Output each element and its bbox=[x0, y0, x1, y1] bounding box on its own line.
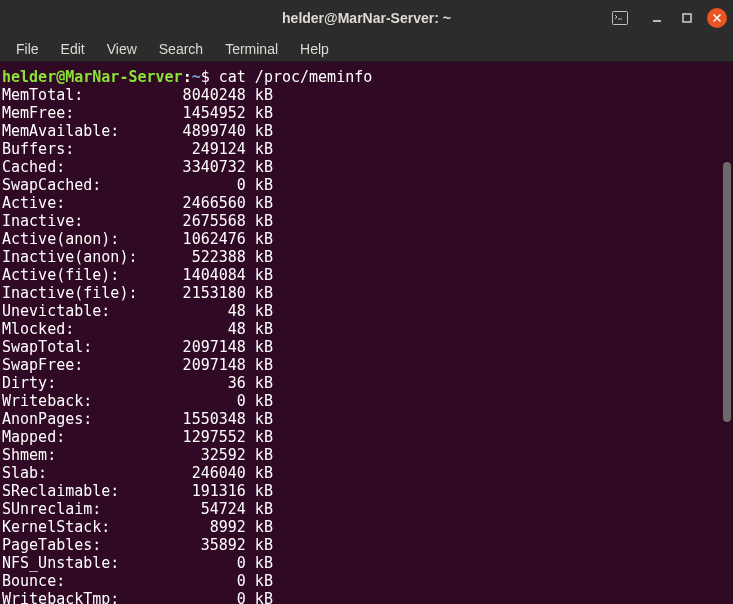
close-button[interactable] bbox=[707, 8, 727, 28]
meminfo-row: Dirty: 36 kB bbox=[2, 374, 733, 392]
meminfo-key: MemFree: bbox=[2, 104, 147, 122]
meminfo-key: Inactive: bbox=[2, 212, 147, 230]
meminfo-unit: kB bbox=[246, 266, 273, 284]
meminfo-value: 0 bbox=[147, 554, 246, 572]
meminfo-value: 1404084 bbox=[147, 266, 246, 284]
meminfo-key: Inactive(anon): bbox=[2, 248, 147, 266]
meminfo-key: WritebackTmp: bbox=[2, 590, 147, 604]
meminfo-row: Buffers: 249124 kB bbox=[2, 140, 733, 158]
meminfo-value: 48 bbox=[147, 302, 246, 320]
meminfo-unit: kB bbox=[246, 554, 273, 572]
meminfo-unit: kB bbox=[246, 536, 273, 554]
meminfo-value: 2097148 bbox=[147, 338, 246, 356]
meminfo-key: Mlocked: bbox=[2, 320, 147, 338]
meminfo-value: 2466560 bbox=[147, 194, 246, 212]
meminfo-value: 48 bbox=[147, 320, 246, 338]
meminfo-unit: kB bbox=[246, 302, 273, 320]
meminfo-unit: kB bbox=[246, 248, 273, 266]
meminfo-key: Slab: bbox=[2, 464, 147, 482]
meminfo-row: Inactive: 2675568 kB bbox=[2, 212, 733, 230]
meminfo-value: 522388 bbox=[147, 248, 246, 266]
meminfo-key: Buffers: bbox=[2, 140, 147, 158]
terminal-launcher-icon[interactable] bbox=[611, 9, 629, 27]
meminfo-unit: kB bbox=[246, 338, 273, 356]
menu-file[interactable]: File bbox=[6, 39, 49, 59]
meminfo-key: Writeback: bbox=[2, 392, 147, 410]
meminfo-unit: kB bbox=[246, 428, 273, 446]
scrollbar-handle[interactable] bbox=[723, 162, 731, 422]
menu-terminal[interactable]: Terminal bbox=[215, 39, 288, 59]
menu-edit[interactable]: Edit bbox=[51, 39, 95, 59]
meminfo-value: 0 bbox=[147, 590, 246, 604]
meminfo-key: Inactive(file): bbox=[2, 284, 147, 302]
meminfo-value: 1062476 bbox=[147, 230, 246, 248]
meminfo-value: 0 bbox=[147, 392, 246, 410]
maximize-button[interactable] bbox=[677, 8, 697, 28]
meminfo-row: WritebackTmp: 0 kB bbox=[2, 590, 733, 604]
meminfo-row: KernelStack: 8992 kB bbox=[2, 518, 733, 536]
svg-rect-2 bbox=[683, 14, 691, 22]
meminfo-row: SwapFree: 2097148 kB bbox=[2, 356, 733, 374]
meminfo-unit: kB bbox=[246, 500, 273, 518]
meminfo-row: Inactive(file): 2153180 kB bbox=[2, 284, 733, 302]
meminfo-row: SUnreclaim: 54724 kB bbox=[2, 500, 733, 518]
meminfo-key: PageTables: bbox=[2, 536, 147, 554]
meminfo-row: Bounce: 0 kB bbox=[2, 572, 733, 590]
meminfo-value: 32592 bbox=[147, 446, 246, 464]
meminfo-unit: kB bbox=[246, 482, 273, 500]
meminfo-unit: kB bbox=[246, 176, 273, 194]
meminfo-value: 8992 bbox=[147, 518, 246, 536]
meminfo-value: 1454952 bbox=[147, 104, 246, 122]
terminal-viewport[interactable]: helder@MarNar-Server:~$ cat /proc/meminf… bbox=[0, 62, 733, 604]
meminfo-unit: kB bbox=[246, 140, 273, 158]
meminfo-key: Active: bbox=[2, 194, 147, 212]
prompt-path: ~ bbox=[192, 68, 201, 86]
meminfo-row: Slab: 246040 kB bbox=[2, 464, 733, 482]
meminfo-key: Shmem: bbox=[2, 446, 147, 464]
meminfo-key: MemTotal: bbox=[2, 86, 147, 104]
scrollbar-track[interactable] bbox=[723, 62, 731, 592]
meminfo-unit: kB bbox=[246, 464, 273, 482]
meminfo-unit: kB bbox=[246, 86, 273, 104]
meminfo-key: Active(anon): bbox=[2, 230, 147, 248]
prompt-user-host: helder@MarNar-Server bbox=[2, 68, 183, 86]
meminfo-value: 35892 bbox=[147, 536, 246, 554]
meminfo-key: SUnreclaim: bbox=[2, 500, 147, 518]
meminfo-unit: kB bbox=[246, 230, 273, 248]
meminfo-value: 1297552 bbox=[147, 428, 246, 446]
meminfo-value: 4899740 bbox=[147, 122, 246, 140]
meminfo-key: KernelStack: bbox=[2, 518, 147, 536]
meminfo-value: 54724 bbox=[147, 500, 246, 518]
meminfo-key: Mapped: bbox=[2, 428, 147, 446]
meminfo-value: 246040 bbox=[147, 464, 246, 482]
meminfo-value: 0 bbox=[147, 176, 246, 194]
menu-view[interactable]: View bbox=[97, 39, 147, 59]
meminfo-value: 8040248 bbox=[147, 86, 246, 104]
meminfo-row: Writeback: 0 kB bbox=[2, 392, 733, 410]
meminfo-row: Mapped: 1297552 kB bbox=[2, 428, 733, 446]
svg-rect-0 bbox=[613, 12, 628, 25]
meminfo-unit: kB bbox=[246, 320, 273, 338]
meminfo-unit: kB bbox=[246, 284, 273, 302]
meminfo-row: MemAvailable: 4899740 kB bbox=[2, 122, 733, 140]
prompt-colon: : bbox=[183, 68, 192, 86]
meminfo-row: Mlocked: 48 kB bbox=[2, 320, 733, 338]
minimize-button[interactable] bbox=[647, 8, 667, 28]
menu-search[interactable]: Search bbox=[149, 39, 213, 59]
window-titlebar: helder@MarNar-Server: ~ bbox=[0, 0, 733, 36]
menu-help[interactable]: Help bbox=[290, 39, 339, 59]
meminfo-key: Cached: bbox=[2, 158, 147, 176]
meminfo-row: SReclaimable: 191316 kB bbox=[2, 482, 733, 500]
meminfo-key: Bounce: bbox=[2, 572, 147, 590]
meminfo-row: Unevictable: 48 kB bbox=[2, 302, 733, 320]
meminfo-value: 2097148 bbox=[147, 356, 246, 374]
meminfo-value: 2675568 bbox=[147, 212, 246, 230]
meminfo-row: SwapCached: 0 kB bbox=[2, 176, 733, 194]
meminfo-unit: kB bbox=[246, 356, 273, 374]
meminfo-row: AnonPages: 1550348 kB bbox=[2, 410, 733, 428]
meminfo-unit: kB bbox=[246, 158, 273, 176]
prompt-dollar: $ bbox=[201, 68, 219, 86]
window-title: helder@MarNar-Server: ~ bbox=[282, 10, 451, 26]
meminfo-key: Dirty: bbox=[2, 374, 147, 392]
meminfo-row: Inactive(anon): 522388 kB bbox=[2, 248, 733, 266]
